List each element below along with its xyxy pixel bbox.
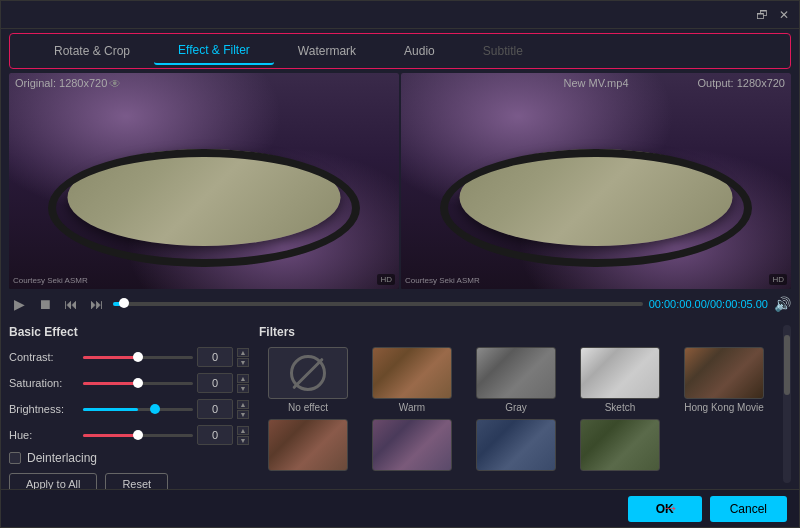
time-total: 00:00:05.00 [710,298,768,310]
filter-gray[interactable]: Gray [467,347,565,413]
watermark-right: Courtesy Seki ASMR [405,276,480,285]
saturation-slider[interactable] [83,375,193,391]
contrast-spinners: ▲ ▼ [237,348,249,367]
filter-sketch[interactable]: Sketch [571,347,669,413]
filter-r5[interactable] [571,419,669,474]
no-effect-icon [290,355,326,391]
video-panel-output: New MV.mp4 Output: 1280x720 Courtesy Sek… [401,73,791,289]
output-label: Output: 1280x720 [698,77,785,89]
controls-bar: ▶ ⏹ ⏮ ⏭ 00:00:00.00/00:00:05.00 🔊 [1,289,799,319]
filter-thumb-r5 [580,419,660,471]
scroll-thumb[interactable] [784,335,790,395]
filter-no-effect[interactable]: No effect [259,347,357,413]
tab-rotate-crop[interactable]: Rotate & Crop [30,38,154,64]
saturation-spinners: ▲ ▼ [237,374,249,393]
tab-effect-filter[interactable]: Effect & Filter [154,37,274,65]
close-button[interactable]: ✕ [777,8,791,22]
filter-r2[interactable] [259,419,357,474]
brightness-row: Brightness: 0 ▲ ▼ [9,399,249,419]
watermark-left: Courtesy Seki ASMR [13,276,88,285]
contrast-up[interactable]: ▲ [237,348,249,357]
title-bar-controls: 🗗 ✕ [755,8,791,22]
saturation-up[interactable]: ▲ [237,374,249,383]
corner-badge-left: HD [377,274,395,285]
contrast-label: Contrast: [9,351,79,363]
filter-thumb-r2 [268,419,348,471]
brightness-handle[interactable] [150,404,160,414]
no-effect-line [292,357,324,389]
filter-r3[interactable] [363,419,461,474]
contrast-slider[interactable] [83,349,193,365]
time-display: 00:00:00.00/00:00:05.00 [649,298,768,310]
hue-slider[interactable] [83,427,193,443]
filters-title: Filters [259,325,773,339]
apply-all-button[interactable]: Apply to All [9,473,97,489]
filter-thumb-warm [372,347,452,399]
action-buttons: Apply to All Reset [9,473,249,489]
stop-button[interactable]: ⏹ [35,294,55,314]
corner-badge-right: HD [769,274,787,285]
brightness-down[interactable]: ▼ [237,410,249,419]
deinterlace-row: Deinterlacing [9,451,249,465]
filter-r4[interactable] [467,419,565,474]
hue-down[interactable]: ▼ [237,436,249,445]
brightness-up[interactable]: ▲ [237,400,249,409]
minimize-button[interactable]: 🗗 [755,8,769,22]
saturation-value: 0 [197,373,233,393]
contrast-handle[interactable] [133,352,143,362]
cancel-button[interactable]: Cancel [710,496,787,522]
filter-name-gray: Gray [505,402,527,413]
saturation-down[interactable]: ▼ [237,384,249,393]
output-thumbnail: Courtesy Seki ASMR HD [401,73,791,289]
tab-subtitle: Subtitle [459,38,547,64]
filter-thumb-no-effect [268,347,348,399]
saturation-row: Saturation: 0 ▲ ▼ [9,373,249,393]
tab-audio[interactable]: Audio [380,38,459,64]
time-current: 00:00:00.00 [649,298,707,310]
app-window: 🗗 ✕ Rotate & Crop Effect & Filter Waterm… [0,0,800,528]
filter-thumb-r4 [476,419,556,471]
brightness-slider[interactable] [83,401,193,417]
saturation-handle[interactable] [133,378,143,388]
bottom-panel: Basic Effect Contrast: 0 ▲ ▼ [1,319,799,489]
brightness-spinners: ▲ ▼ [237,400,249,419]
progress-bar[interactable] [113,302,643,306]
hue-label: Hue: [9,429,79,441]
play-button[interactable]: ▶ [9,294,29,314]
hue-spinners: ▲ ▼ [237,426,249,445]
filter-name-hk: Hong Kong Movie [684,402,764,413]
hue-value: 0 [197,425,233,445]
hue-handle[interactable] [133,430,143,440]
filter-thumb-hk [684,347,764,399]
tab-bar: Rotate & Crop Effect & Filter Watermark … [9,33,791,69]
volume-icon[interactable]: 🔊 [774,296,791,312]
basic-effect-title: Basic Effect [9,325,249,339]
main-content: Original: 1280x720 👁 Courtesy Seki ASMR … [1,69,799,489]
prev-frame-button[interactable]: ⏮ [61,294,81,314]
brightness-value: 0 [197,399,233,419]
filter-thumb-sketch [580,347,660,399]
hue-up[interactable]: ▲ [237,426,249,435]
deinterlace-checkbox[interactable] [9,452,21,464]
brightness-label: Brightness: [9,403,79,415]
basic-effect-panel: Basic Effect Contrast: 0 ▲ ▼ [9,325,249,483]
disc-ring-right [440,149,752,268]
contrast-down[interactable]: ▼ [237,358,249,367]
progress-handle[interactable] [119,298,129,308]
filter-name-warm: Warm [399,402,425,413]
filters-panel: Filters No effect Warm [259,325,773,483]
original-label: Original: 1280x720 [15,77,107,89]
arrow-indicator: → [661,498,679,519]
reset-button[interactable]: Reset [105,473,168,489]
filter-warm[interactable]: Warm [363,347,461,413]
filter-hk-movie[interactable]: Hong Kong Movie [675,347,773,413]
scroll-bar[interactable] [783,325,791,483]
saturation-label: Saturation: [9,377,79,389]
eye-icon[interactable]: 👁 [109,77,121,91]
next-frame-button[interactable]: ⏭ [87,294,107,314]
hue-row: Hue: 0 ▲ ▼ [9,425,249,445]
video-panel-original: Original: 1280x720 👁 Courtesy Seki ASMR … [9,73,399,289]
contrast-row: Contrast: 0 ▲ ▼ [9,347,249,367]
deinterlace-label: Deinterlacing [27,451,97,465]
tab-watermark[interactable]: Watermark [274,38,380,64]
